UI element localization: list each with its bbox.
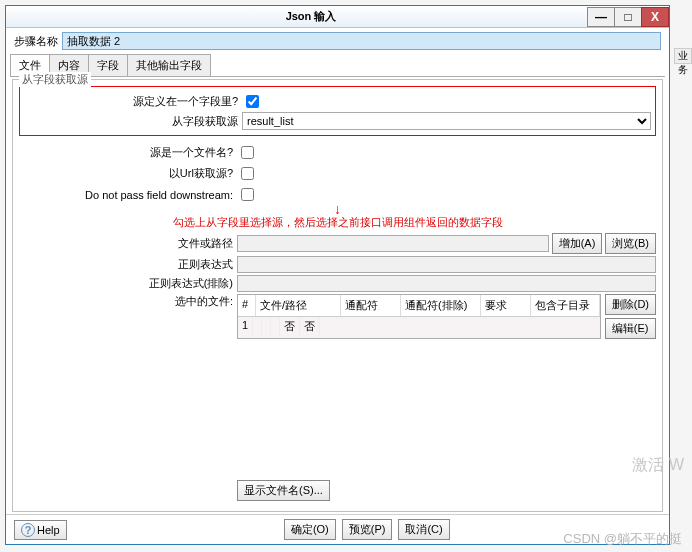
cancel-button[interactable]: 取消(C) <box>398 519 449 540</box>
regex-input <box>237 256 656 273</box>
source-in-field-label: 源定义在一个字段里? <box>24 94 242 109</box>
th-wildcard-ex: 通配符(排除) <box>401 295 481 316</box>
annotation-arrow-icon: ↓ <box>19 205 656 213</box>
add-button[interactable]: 增加(A) <box>552 233 603 254</box>
regex-exclude-input <box>237 275 656 292</box>
selected-files-label: 选中的文件: <box>19 294 237 309</box>
preview-button[interactable]: 预览(P) <box>342 519 393 540</box>
source-group: 从字段获取源 源定义在一个字段里? 从字段获取源 result_list 源是一… <box>12 79 663 512</box>
tab-other-output[interactable]: 其他输出字段 <box>127 54 211 76</box>
delete-button[interactable]: 删除(D) <box>605 294 656 315</box>
title-bar: Json 输入 — □ X <box>6 6 669 28</box>
regex-exclude-label: 正则表达式(排除) <box>19 276 237 291</box>
cell-required: 否 <box>280 317 300 336</box>
help-button[interactable]: ?Help <box>14 520 67 540</box>
tab-bar: 文件 内容 字段 其他输出字段 <box>10 54 665 77</box>
th-subdir: 包含子目录 <box>531 295 600 316</box>
is-filename-checkbox[interactable] <box>241 146 254 159</box>
th-num: # <box>238 295 256 316</box>
step-name-label: 步骤名称 <box>14 34 58 49</box>
group-title: 从字段获取源 <box>19 72 91 87</box>
browse-button[interactable]: 浏览(B) <box>605 233 656 254</box>
annotation-text: 勾选上从字段里选择源，然后选择之前接口调用组件返回的数据字段 <box>19 215 656 230</box>
ok-button[interactable]: 确定(O) <box>284 519 336 540</box>
get-from-url-checkbox[interactable] <box>241 167 254 180</box>
cell-num: 1 <box>238 317 253 336</box>
table-header: # 文件/路径 通配符 通配符(排除) 要求 包含子目录 <box>238 295 600 317</box>
th-file: 文件/路径 <box>256 295 341 316</box>
source-in-field-checkbox[interactable] <box>246 95 259 108</box>
regex-label: 正则表达式 <box>19 257 237 272</box>
is-filename-label: 源是一个文件名? <box>19 145 237 160</box>
file-or-path-input <box>237 235 549 252</box>
th-wildcard: 通配符 <box>341 295 401 316</box>
window-title: Json 输入 <box>34 9 588 24</box>
help-icon: ? <box>21 523 35 537</box>
dialog-footer: ?Help 确定(O) 预览(P) 取消(C) <box>6 514 669 544</box>
get-source-field-label: 从字段获取源 <box>24 114 242 129</box>
file-or-path-label: 文件或路径 <box>19 236 237 251</box>
maximize-button[interactable]: □ <box>614 7 642 27</box>
minimize-button[interactable]: — <box>587 7 615 27</box>
get-from-url-label: 以Url获取源? <box>19 166 237 181</box>
cell-wildcard <box>262 317 271 336</box>
files-table[interactable]: # 文件/路径 通配符 通配符(排除) 要求 包含子目录 1 否 <box>237 294 601 339</box>
table-row[interactable]: 1 否 否 <box>238 317 600 336</box>
get-source-field-select[interactable]: result_list <box>242 112 651 130</box>
step-name-input[interactable] <box>62 32 661 50</box>
step-name-row: 步骤名称 <box>6 28 669 54</box>
edit-button[interactable]: 编辑(E) <box>605 318 656 339</box>
close-button[interactable]: X <box>641 7 669 27</box>
background-tab-fragment: 业务 <box>674 48 692 64</box>
no-pass-downstream-checkbox[interactable] <box>241 188 254 201</box>
th-required: 要求 <box>481 295 531 316</box>
cell-file <box>253 317 262 336</box>
tab-fields[interactable]: 字段 <box>88 54 128 76</box>
cell-subdir: 否 <box>300 317 320 336</box>
no-pass-downstream-label: Do not pass field downstream: <box>19 189 237 201</box>
show-files-button[interactable]: 显示文件名(S)... <box>237 480 330 501</box>
cell-wildcard-ex <box>271 317 280 336</box>
highlight-box: 源定义在一个字段里? 从字段获取源 result_list <box>19 86 656 136</box>
dialog-window: Json 输入 — □ X 步骤名称 文件 内容 字段 其他输出字段 从字段获取… <box>5 5 670 545</box>
help-label: Help <box>37 524 60 536</box>
